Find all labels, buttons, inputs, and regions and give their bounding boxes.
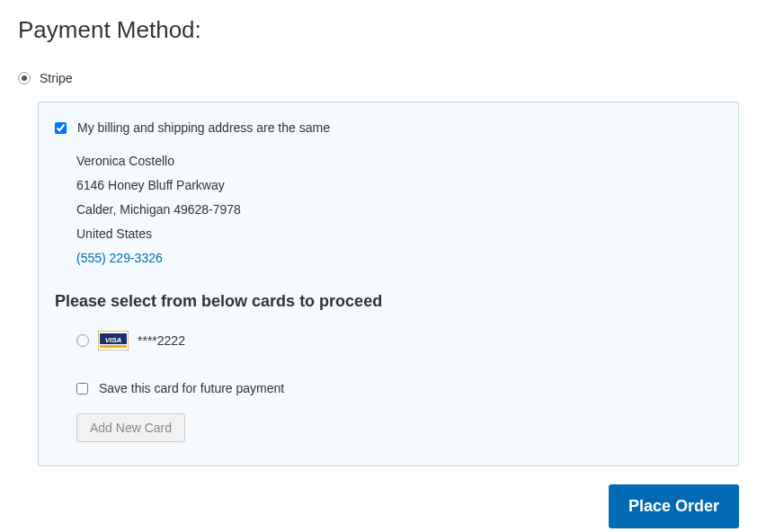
address-street: 6146 Honey Bluff Parkway [76,173,722,198]
address-name: Veronica Costello [76,149,722,173]
payment-panel: My billing and shipping address are the … [38,102,739,466]
billing-same-row: My billing and shipping address are the … [55,120,722,135]
save-card-checkbox[interactable] [76,383,88,395]
svg-rect-3 [100,345,127,348]
actions-row: Place Order [18,484,739,528]
billing-same-checkbox[interactable] [55,122,67,134]
saved-card-row: VISA ****2222 [76,331,722,350]
billing-address: Veronica Costello 6146 Honey Bluff Parkw… [76,149,722,270]
address-country: United States [76,222,722,246]
saved-card-last4: ****2222 [138,333,185,348]
save-card-label: Save this card for future payment [99,381,284,395]
page-title: Payment Method: [18,16,739,44]
address-city-state-zip: Calder, Michigan 49628-7978 [76,198,722,222]
payment-method-label: Stripe [40,71,73,85]
billing-same-label: My billing and shipping address are the … [77,120,330,135]
add-new-card-button[interactable]: Add New Card [76,413,185,442]
visa-icon: VISA [98,331,129,350]
address-phone[interactable]: (555) 229-3326 [76,246,722,270]
place-order-button[interactable]: Place Order [609,484,739,528]
payment-method-row: Stripe [18,71,739,85]
card-select-heading: Please select from below cards to procee… [55,292,722,311]
payment-method-radio-stripe[interactable] [18,72,31,84]
svg-text:VISA: VISA [105,336,122,344]
saved-card-radio[interactable] [76,334,89,347]
save-card-row: Save this card for future payment [76,381,722,395]
